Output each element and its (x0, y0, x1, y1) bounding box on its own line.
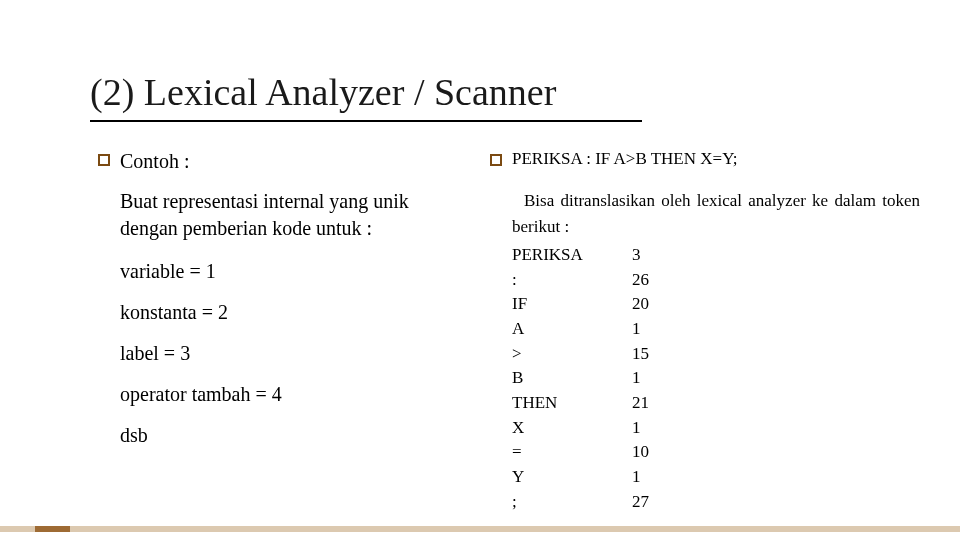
token-code: 21 (632, 391, 692, 416)
assignment-list: variable = 1 konstanta = 2 label = 3 ope… (120, 260, 458, 447)
right-column: PERIKSA : IF A>B THEN X=Y; Bisa ditransl… (490, 148, 920, 514)
assignment-item: label = 3 (120, 342, 458, 365)
footer-seg (35, 526, 70, 532)
table-row: B1 (512, 366, 920, 391)
table-row: IF20 (512, 292, 920, 317)
left-intro: Buat representasi internal yang unik den… (120, 188, 458, 242)
footer-seg (70, 526, 960, 532)
token-code: 3 (632, 243, 692, 268)
footer-accent-bar (0, 526, 960, 532)
token-name: ; (512, 490, 632, 515)
assignment-item: operator tambah = 4 (120, 383, 458, 406)
left-bullet-row: Contoh : (98, 148, 458, 174)
token-name: = (512, 440, 632, 465)
right-heading: PERIKSA : IF A>B THEN X=Y; (512, 148, 738, 170)
token-code: 1 (632, 465, 692, 490)
token-name: B (512, 366, 632, 391)
table-row: :26 (512, 268, 920, 293)
token-code: 27 (632, 490, 692, 515)
token-name: Y (512, 465, 632, 490)
table-row: Y1 (512, 465, 920, 490)
token-code: 1 (632, 416, 692, 441)
token-code: 26 (632, 268, 692, 293)
token-name: IF (512, 292, 632, 317)
token-name: A (512, 317, 632, 342)
slide-title: (2) Lexical Analyzer / Scanner (90, 70, 556, 114)
right-paragraph: Bisa ditranslasikan oleh lexical analyze… (512, 188, 920, 239)
token-code: 1 (632, 317, 692, 342)
table-row: THEN21 (512, 391, 920, 416)
token-name: THEN (512, 391, 632, 416)
token-name: : (512, 268, 632, 293)
bullet-icon (98, 154, 110, 166)
token-code: 20 (632, 292, 692, 317)
token-name: PERIKSA (512, 243, 632, 268)
bullet-icon (490, 154, 502, 166)
slide: (2) Lexical Analyzer / Scanner Contoh : … (0, 0, 960, 540)
token-name: > (512, 342, 632, 367)
table-row: ;27 (512, 490, 920, 515)
footer-seg (0, 526, 35, 532)
token-name: X (512, 416, 632, 441)
token-table: PERIKSA3 :26 IF20 A1 >15 B1 THEN21 X1 =1… (512, 243, 920, 514)
assignment-item: dsb (120, 424, 458, 447)
right-bullet-row: PERIKSA : IF A>B THEN X=Y; (490, 148, 920, 170)
token-code: 15 (632, 342, 692, 367)
assignment-item: variable = 1 (120, 260, 458, 283)
token-code: 1 (632, 366, 692, 391)
table-row: A1 (512, 317, 920, 342)
table-row: X1 (512, 416, 920, 441)
left-heading: Contoh : (120, 148, 189, 174)
title-underline (90, 120, 642, 122)
right-para-text: Bisa ditranslasikan oleh lexical analyze… (512, 191, 920, 236)
table-row: >15 (512, 342, 920, 367)
left-column: Contoh : Buat representasi internal yang… (98, 148, 458, 447)
assignment-item: konstanta = 2 (120, 301, 458, 324)
table-row: =10 (512, 440, 920, 465)
token-code: 10 (632, 440, 692, 465)
table-row: PERIKSA3 (512, 243, 920, 268)
